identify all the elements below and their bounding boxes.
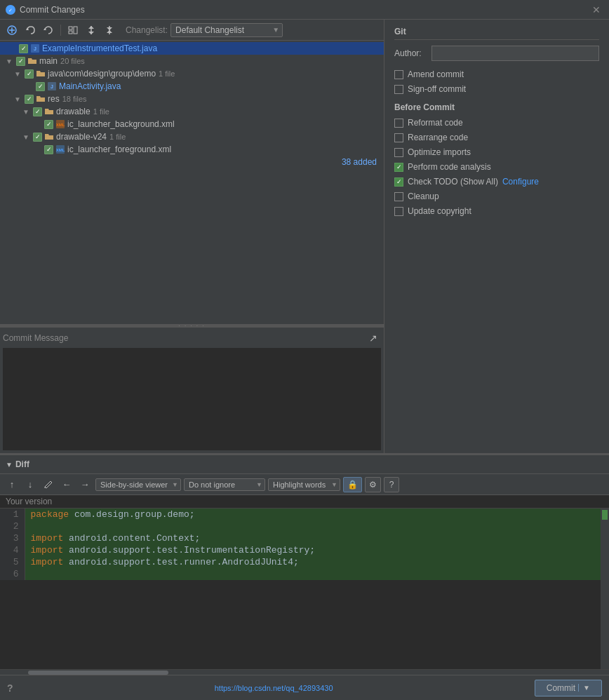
prev-change-button[interactable]: ↑ bbox=[4, 477, 20, 492]
expand-all-button[interactable] bbox=[83, 22, 99, 38]
next-change-button[interactable]: ↓ bbox=[22, 477, 38, 492]
rearrange-code-label: Rearrange code bbox=[408, 133, 468, 142]
folder-name: drawable-v24 bbox=[56, 132, 107, 142]
folder-checkbox[interactable]: ✓ bbox=[16, 57, 25, 66]
folder-checkbox[interactable]: ✓ bbox=[25, 95, 34, 104]
horizontal-scrollbar[interactable] bbox=[0, 669, 609, 675]
diff-triangle[interactable]: ▼ bbox=[6, 461, 13, 469]
external-editor-button[interactable]: ↗ bbox=[366, 330, 381, 346]
folder-name: res bbox=[48, 94, 60, 104]
list-item[interactable]: ▼ ✓ res 18 files bbox=[0, 93, 384, 105]
refresh-button[interactable] bbox=[41, 22, 56, 38]
viewer-select[interactable]: Side-by-side viewer Unified viewer bbox=[95, 478, 181, 491]
prev-file-button[interactable]: ← bbox=[59, 477, 74, 492]
collapse-all-button[interactable] bbox=[102, 22, 117, 38]
amend-commit-checkbox[interactable] bbox=[394, 70, 403, 79]
list-item[interactable]: ▼ ✓ drawable 1 file bbox=[0, 105, 384, 118]
help-button[interactable]: ? bbox=[7, 682, 13, 694]
reformat-code-checkbox[interactable] bbox=[394, 119, 403, 128]
expand-icon[interactable]: ▼ bbox=[6, 58, 14, 65]
svg-marker-12 bbox=[88, 32, 94, 34]
list-item[interactable]: ▼ ✓ main 20 files bbox=[0, 55, 384, 67]
add-button[interactable] bbox=[4, 22, 20, 38]
file-name: ic_launcher_background.xml bbox=[67, 119, 175, 129]
before-commit-title: Before Commit bbox=[394, 102, 599, 112]
window-title: Commit Changes bbox=[20, 5, 85, 15]
next-file-button[interactable]: → bbox=[77, 477, 93, 492]
expand-icon[interactable]: ▼ bbox=[14, 95, 22, 103]
java-file-icon: J bbox=[47, 81, 57, 91]
file-count: 1 file bbox=[159, 69, 175, 78]
code-content: import android.support.test.runner.Andro… bbox=[25, 556, 601, 568]
perform-analysis-checkbox[interactable]: ✓ bbox=[394, 163, 403, 172]
svg-rect-8 bbox=[69, 31, 72, 34]
update-copyright-row: Update copyright bbox=[394, 206, 599, 216]
list-item[interactable]: ✓ XML ic_launcher_foreground.xml bbox=[0, 143, 384, 156]
optimize-imports-row: Optimize imports bbox=[394, 147, 599, 157]
commit-message-section: Commit Message ↗ bbox=[0, 327, 384, 453]
file-checkbox[interactable]: ✓ bbox=[44, 145, 53, 154]
close-button[interactable]: ✕ bbox=[589, 4, 603, 15]
file-name: MainActivity.java bbox=[59, 81, 121, 91]
code-content: package com.design.group.demo; bbox=[25, 509, 601, 520]
list-item[interactable]: ✓ J ExampleInstrumentedTest.java bbox=[0, 42, 384, 55]
help-diff-button[interactable]: ? bbox=[384, 477, 399, 492]
lock-button[interactable]: 🔒 bbox=[343, 477, 362, 492]
svg-marker-11 bbox=[88, 26, 94, 29]
signoff-commit-label: Sign-off commit bbox=[408, 84, 466, 94]
toolbar: Changelist: Default Changelist ▼ bbox=[0, 20, 384, 41]
rearrange-code-checkbox[interactable] bbox=[394, 133, 403, 142]
file-checkbox[interactable]: ✓ bbox=[19, 44, 28, 53]
signoff-commit-checkbox[interactable] bbox=[394, 85, 403, 94]
commit-button[interactable]: Commit ▼ bbox=[535, 680, 602, 696]
undo-button[interactable] bbox=[22, 22, 38, 38]
git-section-title: Git bbox=[394, 27, 599, 40]
folder-icon bbox=[36, 69, 46, 79]
list-item[interactable]: ✓ XML ic_launcher_background.xml bbox=[0, 118, 384, 130]
folder-icon bbox=[44, 132, 54, 142]
bottom-bar: ? https://blog.csdn.net/qq_42893430 Comm… bbox=[0, 675, 609, 700]
changelist-label: Changelist: bbox=[126, 25, 168, 35]
settings-button[interactable]: ⚙ bbox=[365, 477, 381, 492]
highlight-select[interactable]: Highlight words Highlight lines Do not h… bbox=[268, 478, 340, 491]
code-content bbox=[25, 568, 601, 580]
cleanup-checkbox[interactable] bbox=[394, 192, 403, 201]
author-input[interactable] bbox=[431, 46, 599, 61]
toolbar-separator-1 bbox=[60, 25, 61, 36]
scroll-thumb[interactable] bbox=[28, 671, 168, 675]
expand-icon[interactable]: ▼ bbox=[14, 70, 22, 78]
expand-icon[interactable]: ▼ bbox=[22, 108, 31, 116]
list-item[interactable]: ▼ ✓ drawable-v24 1 file bbox=[0, 130, 384, 143]
java-file-icon: J bbox=[30, 43, 40, 53]
expand-icon[interactable]: ▼ bbox=[22, 133, 31, 141]
optimize-imports-checkbox[interactable] bbox=[394, 148, 403, 157]
folder-checkbox[interactable]: ✓ bbox=[33, 133, 42, 142]
file-checkbox[interactable]: ✓ bbox=[44, 120, 53, 129]
svg-rect-7 bbox=[69, 27, 72, 29]
folder-checkbox[interactable]: ✓ bbox=[33, 107, 42, 116]
cleanup-row: Cleanup bbox=[394, 191, 599, 201]
commit-button-group: Commit ▼ bbox=[535, 680, 602, 696]
changelist-select[interactable]: Default Changelist bbox=[170, 23, 283, 37]
commit-message-input[interactable] bbox=[3, 348, 381, 450]
list-item[interactable]: ▼ ✓ java\com\design\group\demo 1 file bbox=[0, 67, 384, 80]
code-area[interactable]: 1 package com.design.group.demo; 2 3 imp… bbox=[0, 509, 601, 669]
right-panel: Git Author: Amend commit Sign-off commit… bbox=[384, 20, 609, 453]
edit-source-button[interactable] bbox=[41, 477, 56, 492]
list-item[interactable]: ✓ J MainActivity.java bbox=[0, 80, 384, 93]
check-todo-checkbox[interactable]: ✓ bbox=[394, 177, 403, 187]
configure-link[interactable]: Configure bbox=[502, 177, 539, 187]
svg-text:J: J bbox=[51, 84, 53, 89]
diff-header: ▼ Diff bbox=[0, 455, 609, 474]
group-button[interactable] bbox=[65, 22, 81, 38]
folder-name: main bbox=[39, 56, 58, 66]
folder-checkbox[interactable]: ✓ bbox=[25, 69, 34, 79]
line-number: 1 bbox=[0, 509, 25, 520]
update-copyright-checkbox[interactable] bbox=[394, 207, 403, 216]
commit-dropdown-arrow[interactable]: ▼ bbox=[578, 684, 590, 692]
svg-text:J: J bbox=[34, 46, 36, 51]
ignore-select[interactable]: Do not ignore Ignore whitespace bbox=[184, 478, 265, 491]
commit-message-header: Commit Message ↗ bbox=[3, 330, 381, 346]
ignore-select-wrap: Do not ignore Ignore whitespace ▼ bbox=[184, 478, 265, 491]
file-checkbox[interactable]: ✓ bbox=[36, 82, 45, 91]
